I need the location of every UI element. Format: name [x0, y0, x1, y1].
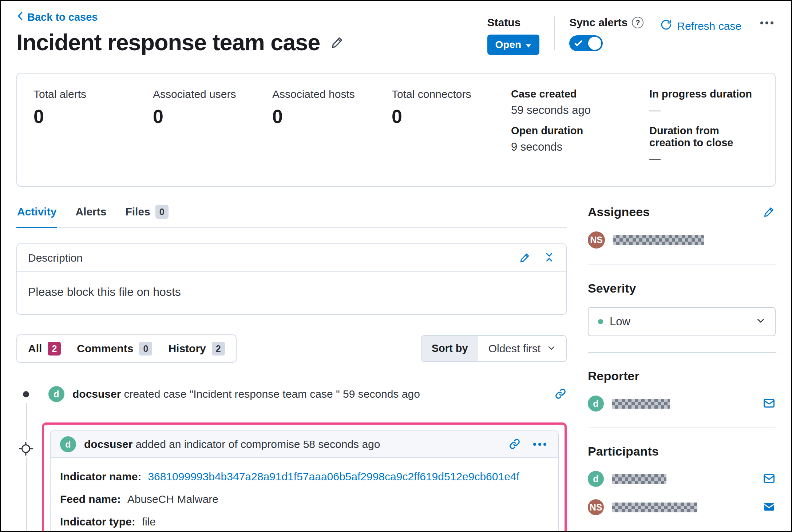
filter-all[interactable]: All 2	[20, 340, 69, 358]
indicator-type-value: file	[142, 516, 156, 528]
severity-value: Low	[610, 315, 749, 328]
page-title: Incident response team case	[16, 29, 320, 55]
status-dropdown[interactable]: Open	[487, 35, 540, 55]
copy-link-button[interactable]	[508, 438, 521, 451]
case-detail-page: Back to cases Incident response team cas…	[0, 0, 792, 532]
open-duration-value: 9 seconds	[511, 140, 649, 154]
feed-name-row: Feed name: AbuseCH Malware	[60, 493, 549, 505]
edit-assignees-button[interactable]	[763, 205, 776, 219]
edit-title-button[interactable]	[331, 35, 345, 50]
sort-order-dropdown[interactable]: Oldest first	[478, 336, 566, 361]
filter-comments[interactable]: Comments 0	[69, 340, 160, 358]
sort-by-label: Sort by	[421, 336, 478, 361]
activity-filter-group: All 2 Comments 0 History 2	[16, 334, 237, 363]
metric-associated-users: Associated users 0	[153, 88, 272, 127]
tab-files[interactable]: Files 0	[124, 203, 169, 227]
back-link-label: Back to cases	[27, 11, 98, 23]
avatar: d	[60, 436, 76, 452]
envelope-icon	[763, 472, 776, 486]
envelope-icon	[763, 397, 776, 411]
copy-link-button[interactable]	[554, 388, 567, 401]
main-column: Activity Alerts Files 0 Description	[16, 203, 567, 532]
assignee-row: NS	[588, 231, 776, 249]
timeline-dot-marker	[17, 385, 35, 403]
tab-alerts[interactable]: Alerts	[75, 203, 107, 227]
sync-alerts-label: Sync alerts	[569, 16, 627, 29]
avatar: d	[588, 471, 604, 487]
comment-header: d docsuseradded an indicator of compromi…	[51, 431, 558, 458]
timeline-event-created: d docsusercreated case "Incident respons…	[16, 382, 567, 406]
more-actions-button[interactable]	[758, 16, 776, 29]
activity-filter-row: All 2 Comments 0 History 2 Sort by	[16, 334, 567, 363]
progress-duration-column: In progress duration — Duration from cre…	[649, 88, 759, 174]
history-count-badge: 2	[212, 342, 225, 356]
indicator-type-label: Indicator type:	[60, 516, 135, 528]
metric-value: 0	[33, 106, 153, 127]
indicator-comment-panel: d docsuseradded an indicator of compromi…	[50, 430, 559, 532]
activity-timeline: d docsusercreated case "Incident respons…	[16, 382, 567, 532]
sidebar-divider	[588, 265, 776, 265]
reporter-row: d	[588, 396, 776, 412]
creation-to-close-label: Duration from creation to close	[649, 125, 759, 149]
severity-select[interactable]: Low	[588, 307, 776, 336]
feed-name-label: Feed name:	[60, 493, 121, 505]
sort-group: Sort by Oldest first	[421, 335, 567, 362]
metric-label: Total connectors	[392, 88, 511, 100]
severity-dot-icon	[598, 319, 603, 324]
indicator-name-label: Indicator name:	[60, 471, 141, 483]
refresh-case-button[interactable]: Refresh case	[658, 19, 744, 33]
redacted-name	[612, 399, 670, 409]
edit-description-button[interactable]	[519, 251, 531, 264]
back-to-cases-link[interactable]: Back to cases	[16, 11, 345, 24]
avatar: d	[588, 396, 604, 412]
pencil-icon	[763, 205, 776, 219]
tab-files-label: Files	[125, 206, 150, 218]
header: Back to cases Incident response team cas…	[16, 11, 776, 55]
link-icon	[508, 438, 521, 451]
sidebar-divider	[588, 428, 776, 428]
event-username: docsuser	[72, 388, 121, 400]
refresh-icon	[660, 19, 672, 33]
case-tabs: Activity Alerts Files 0	[16, 203, 567, 228]
assignees-title: Assignees	[588, 205, 650, 219]
comment-actions-button[interactable]	[531, 438, 549, 451]
avatar: d	[48, 386, 64, 402]
email-button[interactable]	[763, 500, 776, 515]
email-button[interactable]	[763, 397, 776, 411]
sync-alerts-toggle[interactable]	[569, 35, 603, 51]
event-text: docsusercreated case "Incident response …	[72, 388, 546, 400]
case-created-value: 59 seconds ago	[511, 104, 649, 117]
creation-to-close-value: —	[649, 152, 759, 166]
tab-activity-label: Activity	[17, 206, 56, 218]
case-created-column: Case created 59 seconds ago Open duratio…	[511, 88, 649, 162]
case-created-label: Case created	[511, 88, 649, 100]
severity-title: Severity	[588, 281, 776, 295]
highlight-annotation: d docsuseradded an indicator of compromi…	[42, 422, 567, 532]
comments-count-badge: 0	[139, 342, 152, 356]
metric-label: Associated users	[153, 88, 272, 100]
filter-history[interactable]: History 2	[160, 340, 233, 358]
case-summary-panel: Total alerts 0 Associated users 0 Associ…	[16, 73, 776, 187]
timeline-rail	[26, 397, 27, 532]
collapse-description-button[interactable]	[543, 251, 555, 264]
filter-history-label: History	[168, 342, 206, 355]
header-left: Back to cases Incident response team cas…	[16, 11, 345, 55]
header-divider	[554, 16, 555, 50]
in-progress-label: In progress duration	[649, 88, 759, 100]
chevron-down-icon	[547, 342, 556, 355]
indicator-name-link[interactable]: 3681099993b4b347a28a91d1f57aaa06b5af2998…	[148, 471, 519, 483]
metric-total-alerts: Total alerts 0	[33, 88, 153, 127]
chevron-left-icon	[16, 11, 24, 24]
avatar: NS	[588, 499, 604, 515]
email-button[interactable]	[763, 472, 776, 486]
indicator-type-row: Indicator type: file	[60, 516, 549, 528]
timeline-crosshair-icon	[17, 440, 35, 457]
metric-value: 0	[153, 106, 272, 127]
files-count-badge: 0	[155, 205, 169, 219]
caret-down-icon	[526, 39, 531, 51]
all-count-badge: 2	[48, 342, 61, 356]
help-icon[interactable]: ?	[632, 17, 644, 28]
sync-alerts-block: Sync alerts ?	[569, 16, 644, 52]
tab-activity[interactable]: Activity	[16, 203, 57, 227]
event-text: docsuseradded an indicator of compromise…	[84, 438, 500, 450]
